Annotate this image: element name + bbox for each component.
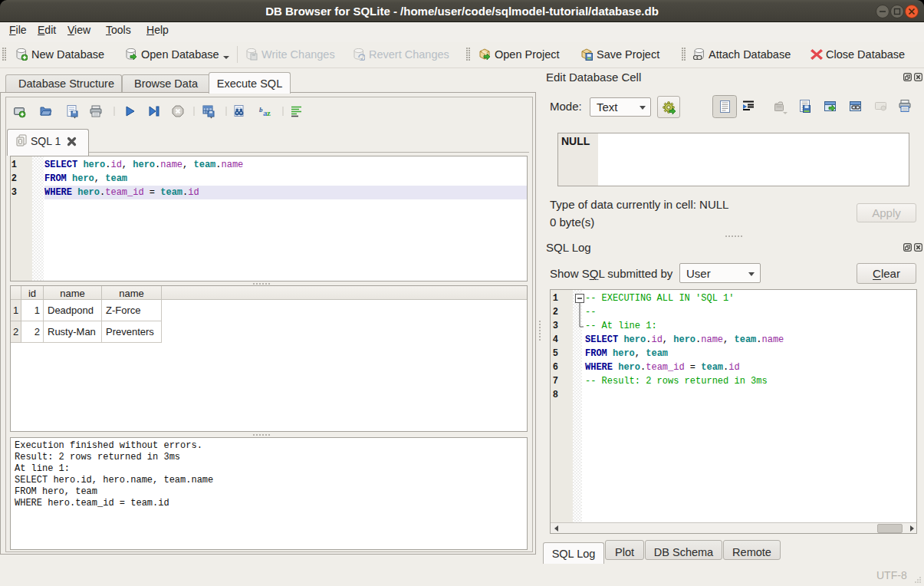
svg-text:z: z: [267, 108, 271, 117]
